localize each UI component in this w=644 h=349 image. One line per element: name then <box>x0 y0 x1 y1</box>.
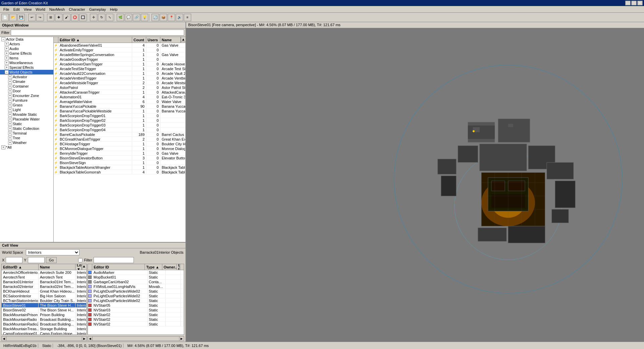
list-row[interactable]: ⚡ ArcadeTestSiteTrigger 1 0 Arcade Test … <box>54 66 185 71</box>
redo-button[interactable]: ↪ <box>36 14 44 21</box>
new-button[interactable]: 📄 <box>1 14 9 21</box>
cell-col-location[interactable]: Location ▼ <box>75 264 82 270</box>
list-body[interactable]: ⚡ AbandonedSewerValve01 4 0 Gas Valve ⚡ … <box>54 43 185 242</box>
tree-item-tree[interactable]: +Tree <box>0 136 53 140</box>
menu-gameplay[interactable]: Gameplay <box>87 7 108 12</box>
tree-item-all[interactable]: +*All <box>0 145 53 150</box>
tree-item-static-collection[interactable]: +Static Collection <box>0 126 53 131</box>
cell-right-row[interactable]: PxLightDustParticlesWide02 Static <box>88 294 184 298</box>
tree-expander-tree[interactable]: + <box>8 136 12 140</box>
list-row[interactable]: ⚡ ArcadeWestsideTrigger 2 0 Arcade Wests… <box>54 81 185 85</box>
more-button[interactable]: ≡ <box>184 14 191 21</box>
cell-left-row[interactable]: BCKhanHideout Great Khan Hideou... Inter… <box>2 289 87 294</box>
list-row[interactable]: ⚡ ArcadeVentbirdTrigger 1 0 Arcade Ventb… <box>54 76 185 81</box>
cell-right-row[interactable]: MopBucket01 Static <box>88 275 184 280</box>
cell-right-row[interactable]: FXMistLow01LongHallVis Movab... <box>88 284 184 289</box>
cell-left-row[interactable]: AerotechTent Aerotech Tent Interior <box>2 275 87 280</box>
list-row[interactable]: ⚡ ArcadeBitterSpringsConversation 1 0 Ga… <box>54 52 185 57</box>
tree-item-light[interactable]: +Light <box>0 107 53 112</box>
cell-col-editorid[interactable]: EditorID ▲ <box>2 264 39 270</box>
list-row[interactable]: ⚡ AverageWaterValve 6 0 Water Valve <box>54 99 185 104</box>
close-button[interactable]: ✕ <box>637 1 643 5</box>
grass-button[interactable]: 🌿 <box>117 14 124 21</box>
list-row[interactable]: ⚡ BCHostageTrigger 1 0 Boulder City Host… <box>54 142 185 146</box>
list-col-editorid[interactable]: Editor ID ▲ <box>58 37 132 43</box>
cell-left-row[interactable]: BlackMountainTreas... Storage Building I… <box>2 327 87 331</box>
cell-left-row[interactable]: CampForlornHope01 Camp Forlorn Hope... I… <box>2 331 87 335</box>
tree-item-door[interactable]: +Door <box>0 89 53 93</box>
tree-expander-placeable-water[interactable]: + <box>8 117 12 121</box>
tree-expander-light[interactable]: + <box>8 108 12 112</box>
tree-expander-actors[interactable]: + <box>5 42 9 46</box>
tree-item-furniture[interactable]: +Furniture <box>0 98 53 103</box>
tree-item-actor-data[interactable]: −Actor Data <box>0 37 53 42</box>
circle-button[interactable]: ⭕ <box>71 14 78 21</box>
cell-right-row[interactable]: NVStair05 Static <box>88 303 184 308</box>
list-row[interactable]: ⚡ BisonSteveSign 1 0 <box>54 160 185 165</box>
tree-panel[interactable]: −Actor Data+Actors+Audio+Game Effects+It… <box>0 37 54 242</box>
tree-expander-climate[interactable]: + <box>8 80 12 84</box>
light-button[interactable]: 💡 <box>141 14 148 21</box>
filter-input[interactable] <box>11 30 184 36</box>
cell-left-hscroll[interactable]: ◄ ► <box>1 336 87 341</box>
menu-help[interactable]: Help <box>108 7 120 12</box>
tree-item-miscellaneous[interactable]: +Miscellaneous <box>0 60 53 65</box>
cell-left-row[interactable]: BlackMountainRadio2 Broadcast Building..… <box>2 322 87 327</box>
tree-expander-container[interactable]: + <box>8 84 12 88</box>
portal-button[interactable]: 🔄 <box>152 14 159 21</box>
path-button[interactable]: 🔗 <box>133 14 140 21</box>
tree-expander-audio[interactable]: + <box>5 47 9 51</box>
menu-character[interactable]: Character <box>67 7 87 12</box>
cell-scroll-btn[interactable]: ▲ <box>82 264 87 270</box>
tree-item-world-objects[interactable]: −World Objects <box>0 70 53 74</box>
maximize-button[interactable]: □ <box>631 1 637 5</box>
tree-item-climate[interactable]: +Climate <box>0 79 53 84</box>
cell-left-row[interactable]: BCSaloonInterior Big Hon Saloon Interior <box>2 294 87 298</box>
audio-button[interactable]: 🔊 <box>176 14 183 21</box>
cell-filter-input[interactable] <box>94 257 134 263</box>
list-row[interactable]: ⚡ ArcadeGoodbyeTrigger 1 0 <box>54 57 185 62</box>
cell-right-row[interactable]: GarbageCanUrban02 Conta... <box>88 280 184 284</box>
comment-button[interactable]: 💬 <box>125 14 132 21</box>
tree-expander-terminal[interactable]: + <box>8 131 12 135</box>
cell-right-lock[interactable]: Lock I ▲ <box>177 264 180 270</box>
tree-item-encounter-zone[interactable]: +Encounter Zone <box>0 93 53 98</box>
menu-file[interactable]: File <box>1 7 11 12</box>
cell-right-type[interactable]: Type ▲ <box>145 264 162 270</box>
move-button[interactable]: ✛ <box>90 14 97 21</box>
snap-button[interactable]: ✚ <box>55 14 62 21</box>
tree-item-grass[interactable]: +Grass <box>0 103 53 107</box>
list-col-name[interactable]: Name <box>160 37 181 43</box>
list-row[interactable]: ⚡ BarkScorpionDropTrigger01 1 0 <box>54 113 185 118</box>
tree-item-special-effects[interactable]: +Special Effects <box>0 65 53 70</box>
list-row[interactable]: ⚡ BarkScorpionDropTrigger04 1 0 <box>54 128 185 132</box>
collision-button[interactable]: 📦 <box>160 14 167 21</box>
menu-navmesh[interactable]: NavMesh <box>47 7 67 12</box>
tree-item-container[interactable]: +Container <box>0 84 53 89</box>
list-row[interactable]: ⚡ AstorPatrol 2 0 Astor Patrol Stop <box>54 85 185 90</box>
cell-left-body[interactable]: AerotechOfficeInterio... Aerotech Suite … <box>2 270 87 335</box>
list-row[interactable]: ⚡ AttackedCaravanTrigger 1 0 AttackedCar… <box>54 90 185 95</box>
tree-item-activator[interactable]: +Activator <box>0 74 53 79</box>
tree-item-items[interactable]: +Items <box>0 56 53 60</box>
tree-expander-static[interactable]: + <box>8 122 12 126</box>
cell-right-row[interactable]: NVStair02 Static <box>88 317 184 322</box>
tree-expander-activator[interactable]: + <box>8 75 12 79</box>
open-button[interactable]: 📂 <box>9 14 17 21</box>
cell-left-row[interactable]: Barracks02Interior Barracks02Int Tem... … <box>2 284 87 289</box>
cell-right-row[interactable]: NVStair02 Static <box>88 322 184 327</box>
x-input[interactable] <box>6 257 22 263</box>
list-col-users[interactable]: Users <box>146 37 160 43</box>
list-row[interactable]: ⚡ BlackjackTableAtomicWrangler 1 0 Black… <box>54 165 185 170</box>
list-row[interactable]: ⚡ BCMonroeDialogueTrigger 1 0 Monroe Dia… <box>54 146 185 151</box>
select-button[interactable]: 🔲 <box>79 14 87 21</box>
tree-item-actors[interactable]: +Actors <box>0 42 53 46</box>
cell-right-owner[interactable]: Owner... <box>162 264 177 270</box>
brush-button[interactable]: 🖌 <box>63 14 70 21</box>
tree-item-game-effects[interactable]: +Game Effects <box>0 51 53 56</box>
save-button[interactable]: 💾 <box>17 14 25 21</box>
list-row[interactable]: ⚡ BarrelCactusPickable 189 0 Barrel Cact… <box>54 132 185 137</box>
tree-expander-world-objects[interactable]: − <box>5 70 9 74</box>
menu-world[interactable]: World <box>34 7 47 12</box>
tree-item-terminal[interactable]: +Terminal <box>0 131 53 136</box>
